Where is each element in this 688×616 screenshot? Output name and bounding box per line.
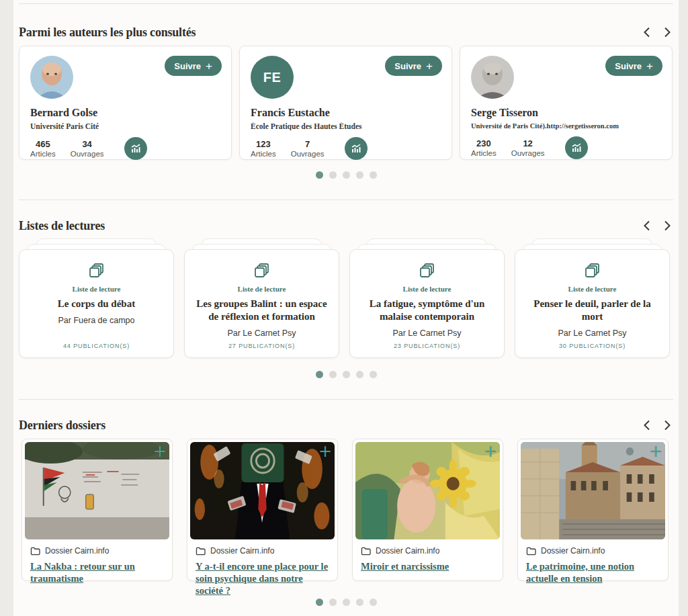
reading-list-badge: Liste de lecture (73, 285, 121, 293)
dossier-image (25, 442, 169, 539)
follow-button[interactable]: Suivre + (605, 56, 662, 76)
articles-label: Articles (471, 149, 497, 157)
dossier-card[interactable]: + Dossier Cairn.info Y a-t-il encore une… (187, 439, 338, 581)
carousel-prev-icon[interactable] (641, 26, 652, 39)
dossier-card[interactable]: + Dossier Cairn.info Miroir et narcissis… (352, 439, 503, 581)
carousel-dot[interactable] (316, 171, 323, 179)
reading-list-title[interactable]: Le corps du débat (58, 298, 135, 310)
carousel-dot[interactable] (343, 371, 350, 378)
dossier-image (190, 442, 335, 539)
reading-list-title[interactable]: Les groupes Balint : un espace de réflex… (194, 298, 329, 323)
authors-section-header: Parmi les auteurs les plus consultés (19, 23, 673, 42)
folder-icon (30, 547, 40, 556)
reading-list-badge: Liste de lecture (238, 285, 286, 293)
dossier-title-link[interactable]: Miroir et narcissisme (361, 560, 449, 572)
carousel-dot[interactable] (343, 171, 350, 179)
follow-button[interactable]: Suivre + (165, 56, 222, 76)
carousel-prev-icon[interactable] (641, 219, 652, 232)
dossiers-section-header: Derniers dossiers (19, 416, 673, 435)
reading-list-author: Par Le Carnet Psy (392, 328, 461, 338)
expand-plus-icon[interactable]: + (484, 443, 497, 459)
reading-list-card[interactable]: Liste de lecture Les groupes Balint : un… (184, 249, 339, 358)
ouvrages-count: 34 (71, 139, 104, 149)
dossier-title-link[interactable]: Y a-t-il encore une place pour le soin p… (196, 560, 329, 597)
carousel-dot[interactable] (329, 171, 337, 179)
dossier-card[interactable]: + Dossier Cairn.info La Nakba : retour s… (22, 439, 173, 581)
authors-section-title: Parmi les auteurs les plus consultés (19, 26, 196, 40)
author-name[interactable]: Serge Tisseron (471, 107, 661, 119)
top-divider (19, 3, 673, 4)
carousel-dot[interactable] (316, 371, 323, 378)
reading-list-title[interactable]: La fatigue, symptôme d'un malaise contem… (359, 298, 494, 323)
carousel-dot[interactable] (356, 171, 363, 179)
stats-chart-icon[interactable] (345, 137, 368, 160)
ouvrages-stat: 7 Ouvrages (291, 139, 325, 158)
follow-button-label: Suivre (174, 61, 201, 71)
reading-list-author: Par Le Carnet Psy (227, 328, 296, 338)
dossier-kind-label: Dossier Cairn.info (541, 546, 605, 556)
dossier-kind-label: Dossier Cairn.info (376, 546, 439, 556)
expand-plus-icon[interactable]: + (649, 443, 662, 459)
authors-cards-row: Suivre + Bernard Golse Université Paris … (19, 46, 673, 160)
reading-list-layers-icon (583, 262, 602, 281)
section-divider (19, 399, 673, 400)
carousel-dot[interactable] (329, 599, 337, 606)
ouvrages-label: Ouvrages (71, 150, 104, 158)
reading-list-badge: Liste de lecture (568, 285, 617, 293)
authors-carousel-nav (641, 26, 673, 39)
reading-lists-cards-row: Liste de lecture Le corps du débat Par F… (19, 238, 673, 358)
dossier-kind-row: Dossier Cairn.info (30, 546, 164, 556)
ouvrages-label: Ouvrages (291, 150, 325, 158)
author-card[interactable]: Suivre + Bernard Golse Université Paris … (19, 46, 232, 160)
carousel-prev-icon[interactable] (641, 419, 652, 432)
dossiers-carousel-nav (641, 419, 673, 432)
ouvrages-stat: 34 Ouvrages (71, 139, 104, 158)
dossier-title-link[interactable]: La Nakba : retour sur un traumatisme (30, 560, 164, 584)
author-card[interactable]: Suivre + Serge Tisseron Université de Pa… (460, 46, 673, 160)
dossier-image (521, 442, 665, 539)
carousel-dot[interactable] (316, 599, 323, 606)
author-name[interactable]: Bernard Golse (30, 107, 220, 119)
reading-list-badge: Liste de lecture (403, 285, 452, 293)
author-card[interactable]: FE Suivre + Francis Eustache École Prati… (239, 46, 452, 160)
follow-button[interactable]: Suivre + (385, 56, 442, 76)
reading-list-card[interactable]: Liste de lecture Le corps du débat Par F… (19, 249, 174, 358)
carousel-dot[interactable] (329, 371, 337, 378)
carousel-next-icon[interactable] (662, 419, 673, 432)
reading-list-layers-icon (87, 262, 106, 281)
reading-list-card[interactable]: Liste de lecture La fatigue, symptôme d'… (349, 249, 505, 358)
stats-chart-icon[interactable] (565, 136, 588, 159)
reading-lists-carousel-nav (641, 219, 673, 232)
author-avatar-photo (471, 56, 514, 99)
carousel-next-icon[interactable] (662, 26, 673, 39)
reading-lists-section-header: Listes de lectures (19, 216, 673, 235)
carousel-next-icon[interactable] (662, 219, 673, 232)
dossiers-carousel-dots (13, 599, 679, 606)
carousel-dot[interactable] (343, 599, 350, 606)
main-content: Parmi les auteurs les plus consultés Sui… (13, 0, 679, 616)
carousel-dot[interactable] (370, 371, 377, 378)
stats-chart-icon[interactable] (124, 137, 147, 160)
dossier-card[interactable]: + Dossier Cairn.info Le patrimoine, une … (517, 439, 669, 581)
dossier-title-link[interactable]: Le patrimoine, une notion actuelle en te… (526, 560, 660, 584)
author-avatar-photo (30, 56, 73, 99)
carousel-dot[interactable] (370, 599, 377, 606)
reading-list-card[interactable]: Liste de lecture Penser le deuil, parler… (515, 249, 670, 358)
follow-button-label: Suivre (394, 61, 421, 71)
carousel-dot[interactable] (356, 371, 363, 378)
dossier-card-body: Dossier Cairn.info Le patrimoine, une no… (521, 539, 665, 588)
folder-icon (196, 547, 206, 556)
reading-list-title[interactable]: Penser le deuil, parler de la mort (525, 298, 660, 323)
folder-icon (526, 547, 536, 556)
author-name[interactable]: Francis Eustache (251, 107, 441, 119)
reading-list-card-stack: Liste de lecture Penser le deuil, parler… (515, 238, 670, 358)
dossier-card-body: Dossier Cairn.info Y a-t-il encore une p… (190, 539, 335, 601)
carousel-dot[interactable] (370, 171, 377, 179)
carousel-dot[interactable] (356, 599, 363, 606)
section-divider (19, 200, 673, 200)
author-stats: 123 Articles 7 Ouvrages (251, 137, 441, 160)
plus-icon: + (206, 60, 212, 72)
reading-list-author: Par Le Carnet Psy (558, 328, 626, 338)
expand-plus-icon[interactable]: + (153, 443, 167, 459)
expand-plus-icon[interactable]: + (318, 443, 332, 459)
